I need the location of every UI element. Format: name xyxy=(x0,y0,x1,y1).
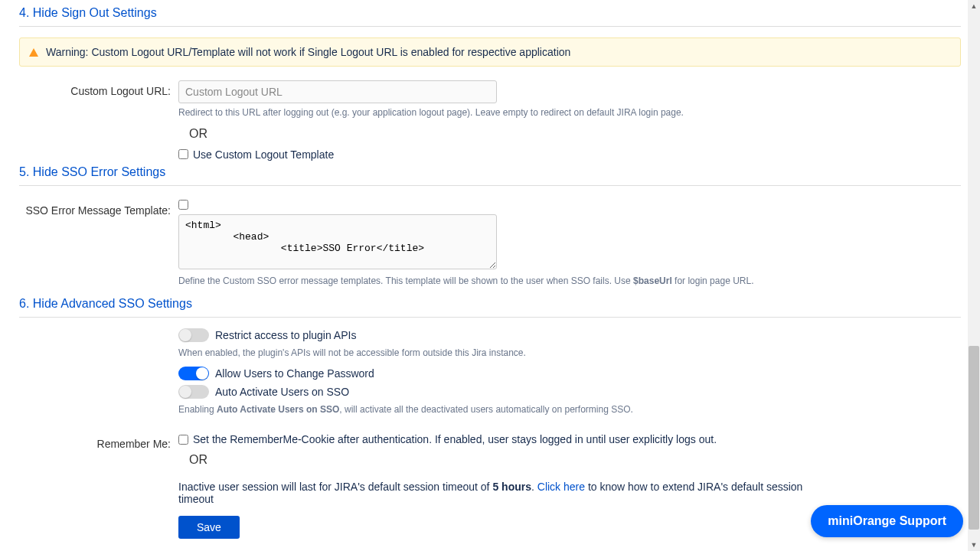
allow-change-password-toggle[interactable] xyxy=(178,367,209,380)
scroll-down-arrow[interactable]: ▼ xyxy=(968,539,980,551)
sso-error-template-label: SSO Error Message Template: xyxy=(19,200,178,217)
scroll-up-arrow[interactable]: ▲ xyxy=(968,0,980,12)
allow-change-password-label: Allow Users to Change Password xyxy=(215,367,374,380)
custom-logout-url-input[interactable] xyxy=(178,80,497,103)
restrict-api-label: Restrict access to plugin APIs xyxy=(215,329,356,341)
save-button[interactable]: Save xyxy=(178,516,240,539)
auto-activate-toggle[interactable] xyxy=(178,385,209,399)
warning-text: Warning: Custom Logout URL/Template will… xyxy=(46,46,570,58)
divider xyxy=(19,26,961,27)
divider xyxy=(19,317,961,318)
use-custom-logout-template-checkbox[interactable] xyxy=(178,149,188,159)
warning-icon xyxy=(29,48,38,57)
remember-me-text: Set the RememberMe-Cookie after authenti… xyxy=(193,433,717,445)
scrollbar-thumb[interactable] xyxy=(969,346,979,530)
section-signout-heading[interactable]: 4. Hide Sign Out Settings xyxy=(19,6,961,20)
restrict-api-help: When enabled, the plugin's APIs will not… xyxy=(178,347,814,360)
support-button[interactable]: miniOrange Support xyxy=(811,505,963,537)
session-timeout-text: Inactive user session will last for JIRA… xyxy=(178,481,814,505)
scrollbar[interactable]: ▲ ▼ xyxy=(968,0,980,551)
or-text-2: OR xyxy=(189,453,814,467)
section-ssoerror-heading[interactable]: 5. Hide SSO Error Settings xyxy=(19,165,961,179)
auto-activate-label: Auto Activate Users on SSO xyxy=(215,386,349,398)
restrict-api-toggle[interactable] xyxy=(178,328,209,342)
custom-logout-url-label: Custom Logout URL: xyxy=(19,80,178,97)
remember-me-label: Remember Me: xyxy=(19,433,178,450)
use-custom-logout-template-label: Use Custom Logout Template xyxy=(193,148,334,161)
sso-error-template-help: Define the Custom SSO error message temp… xyxy=(178,275,814,288)
divider xyxy=(19,185,961,186)
sso-error-template-checkbox[interactable] xyxy=(178,200,188,210)
custom-logout-url-help: Redirect to this URL after logging out (… xyxy=(178,106,814,119)
or-text: OR xyxy=(189,127,814,141)
remember-me-checkbox[interactable] xyxy=(178,435,188,445)
sso-error-template-textarea[interactable] xyxy=(178,214,497,269)
auto-activate-help: Enabling Auto Activate Users on SSO, wil… xyxy=(178,403,814,416)
section-advanced-heading[interactable]: 6. Hide Advanced SSO Settings xyxy=(19,297,961,311)
empty-label xyxy=(19,328,178,333)
session-timeout-link[interactable]: Click here xyxy=(537,481,585,493)
warning-banner: Warning: Custom Logout URL/Template will… xyxy=(19,37,961,67)
